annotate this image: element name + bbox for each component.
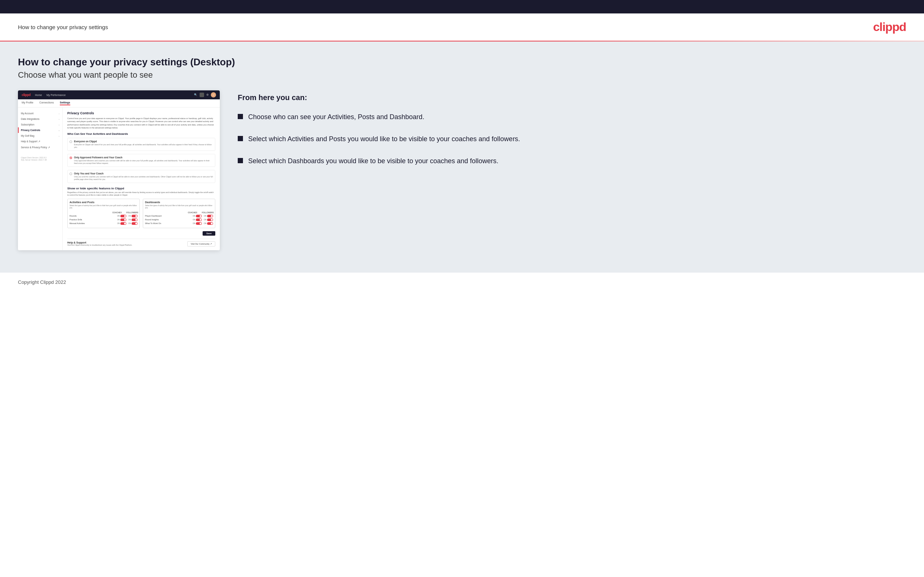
mock-whattowork-coaches-toggle: ON — [193, 222, 202, 225]
mock-sidebar-version: Clippd Client Version: 2022.8.2SQL Serve… — [18, 153, 62, 164]
mock-playerdash-row: Player Dashboard ON ON — [145, 215, 213, 218]
mock-radio-group: Everyone on Clippd Everyone on Clippd ca… — [67, 138, 215, 183]
mock-manual-coaches-switch — [120, 222, 126, 225]
bullet-text-2: Select which Activities and Posts you wo… — [248, 134, 520, 144]
mock-roundins-row: Round Insights ON ON — [145, 219, 213, 221]
mock-main-panel: Privacy Controls Control how you and you… — [63, 108, 220, 250]
footer: Copyright Clippd 2022 — [0, 272, 924, 292]
bullet-text-1: Choose who can see your Activities, Post… — [248, 113, 424, 122]
mock-roundins-coaches-toggle: ON — [193, 219, 202, 221]
mock-playerdash-toggles: ON ON — [193, 215, 213, 218]
mock-manual-followers-toggle: ON — [128, 222, 137, 225]
mock-settings-icon: ⚙ — [206, 93, 208, 96]
two-column-layout: clippd Home My Performance 🔍 ⚙ U My Prof… — [18, 90, 906, 250]
mock-activities-title: Activities and Posts — [69, 201, 137, 203]
mock-roundins-toggles: ON ON — [193, 219, 213, 221]
mock-radio-onlyyou-label: Only You and Your Coach — [74, 172, 213, 175]
mock-save-row: Save — [67, 231, 215, 236]
header-title: How to change your privacy settings — [18, 24, 108, 30]
mock-rounds-followers-switch — [132, 215, 137, 218]
mock-subnav-connections: Connections — [39, 101, 54, 105]
mock-radio-followers-label: Only Approved Followers and Your Coach — [74, 156, 213, 159]
mock-radio-onlyyou: Only You and Your Coach Only you and the… — [67, 170, 215, 183]
mock-followers-label: FOLLOWERS — [126, 211, 137, 214]
mock-radio-everyone: Everyone on Clippd Everyone on Clippd ca… — [67, 138, 215, 151]
mock-activities-desc: Select the types of activity that you'd … — [69, 205, 137, 210]
right-panel: From here you can: Choose who can see yo… — [238, 90, 906, 179]
main-content: How to change your privacy settings (Des… — [0, 42, 924, 272]
mock-whattowork-coaches-switch — [196, 222, 202, 225]
mock-navbar: clippd Home My Performance 🔍 ⚙ U — [18, 90, 220, 99]
mock-roundins-followers-switch — [207, 219, 213, 221]
mock-sidebar-privacy: Privacy Controls› — [18, 127, 62, 133]
mock-whattowork-followers-toggle: ON — [204, 222, 213, 225]
mock-manual-label: Manual Activities — [69, 222, 117, 224]
mock-playerdash-coaches-switch — [196, 215, 202, 218]
mock-privacy-title: Privacy Controls — [67, 111, 215, 115]
bullet-item-2: Select which Activities and Posts you wo… — [238, 134, 906, 144]
mock-privacy-desc: Control how you and your data appears to… — [67, 117, 215, 129]
mock-whattowork-row: What To Work On ON ON — [145, 222, 213, 225]
mock-rounds-followers-toggle: ON — [128, 215, 137, 218]
mock-help-section: Help & Support Visit the Clippd communit… — [67, 239, 215, 247]
mock-dashboards-desc: Select the types of activity that you'd … — [145, 205, 213, 210]
mock-whattowork-followers-switch — [207, 222, 213, 225]
mock-visit-community-button[interactable]: Visit Our Community ↗ — [187, 241, 215, 247]
mock-sidebar-subscription: Subscription› — [18, 122, 62, 127]
bullet-square-3 — [238, 158, 243, 163]
mock-drills-row: Practice Drills ON ON — [69, 219, 137, 221]
mock-roundins-followers-toggle: ON — [204, 219, 213, 221]
mock-dashboards-header: COACHES FOLLOWERS — [145, 211, 213, 214]
mock-subnav: My Profile Connections Settings — [18, 99, 220, 108]
mock-help-text: Help & Support Visit the Clippd communit… — [67, 241, 132, 246]
mock-sidebar-dataint: Data Integrations› — [18, 116, 62, 122]
mock-subnav-profile: My Profile — [22, 101, 33, 105]
mock-toggle-section: Show or hide specific features in Clippd… — [67, 187, 215, 236]
page-heading: How to change your privacy settings (Des… — [18, 56, 906, 68]
mock-dashboards-title: Dashboards — [145, 201, 213, 203]
mock-nav-home: Home — [35, 94, 42, 96]
mock-rounds-label: Rounds — [69, 215, 117, 217]
mock-radio-followers-desc: Only approved followers and coaches you … — [74, 160, 213, 165]
mock-sidebar: My Account› Data Integrations› Subscript… — [18, 108, 63, 250]
mock-logo: clippd — [22, 93, 31, 97]
mock-playerdash-label: Player Dashboard — [145, 215, 193, 217]
mock-sidebar-golfbag: My Golf Bag› — [18, 133, 62, 139]
mock-help-title: Help & Support — [67, 241, 132, 244]
mock-drills-followers-toggle: ON — [128, 219, 137, 221]
mock-whattowork-toggles: ON ON — [193, 222, 213, 225]
logo: clippd — [873, 20, 906, 34]
mock-playerdash-coaches-toggle: ON — [193, 215, 202, 218]
mock-drills-coaches-switch — [120, 219, 126, 221]
mock-coaches-label: COACHES — [111, 211, 123, 214]
mock-roundins-label: Round Insights — [145, 219, 193, 221]
mock-drills-toggles: ON ON — [117, 219, 138, 221]
mock-sidebar-help: Help & Support ↗ — [18, 139, 62, 145]
bullet-square-1 — [238, 114, 243, 119]
bullet-item-1: Choose who can see your Activities, Post… — [238, 113, 906, 122]
mock-sidebar-myaccount: My Account› — [18, 111, 62, 116]
mock-search-icon: 🔍 — [194, 93, 197, 96]
mock-subnav-settings: Settings — [60, 101, 70, 105]
mock-show-hide-desc: Regardless of the privacy controls that … — [67, 191, 215, 197]
mock-rounds-toggles: ON ON — [117, 215, 138, 218]
mock-roundins-coaches-switch — [196, 219, 202, 221]
mock-help-desc: Visit the Clippd community to troublesho… — [67, 244, 132, 246]
mock-whattowork-label: What To Work On — [145, 222, 193, 224]
screenshot-mockup: clippd Home My Performance 🔍 ⚙ U My Prof… — [18, 90, 220, 250]
mock-avatar: U — [211, 92, 216, 97]
mock-manual-followers-switch — [132, 222, 137, 225]
page-subheading: Choose what you want people to see — [18, 70, 906, 80]
mock-radio-onlyyou-content: Only You and Your Coach Only you and the… — [74, 172, 213, 181]
header: How to change your privacy settings clip… — [0, 13, 924, 41]
mock-activities-col: Activities and Posts Select the types of… — [67, 199, 140, 228]
mock-radio-followers-btn — [69, 156, 72, 159]
bullet-text-3: Select which Dashboards you would like t… — [248, 156, 498, 166]
mock-drills-coaches-toggle: ON — [117, 219, 127, 221]
mock-activities-header: COACHES FOLLOWERS — [69, 211, 137, 214]
mock-save-button[interactable]: Save — [203, 231, 215, 236]
mock-drills-followers-switch — [132, 219, 137, 221]
mock-body: My Account› Data Integrations› Subscript… — [18, 108, 220, 250]
mock-manual-coaches-toggle: ON — [117, 222, 127, 225]
mock-who-can-see-title: Who Can See Your Activities and Dashboar… — [67, 132, 215, 135]
